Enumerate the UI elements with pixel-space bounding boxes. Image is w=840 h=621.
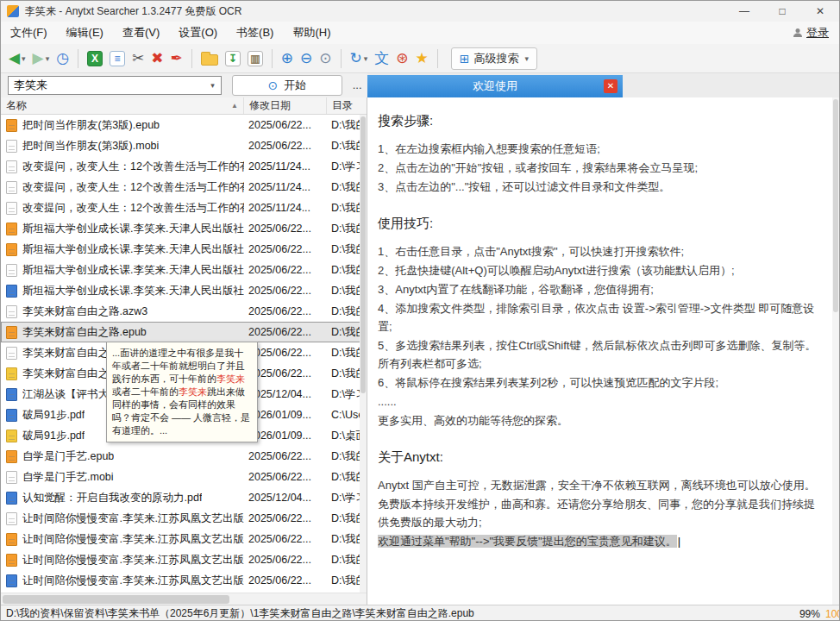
vertical-scrollbar-thumb[interactable]: [360, 116, 366, 393]
copy-file-button[interactable]: ▥: [245, 47, 266, 71]
file-name-cell: 让时间陪你慢慢变富.李笑来.江苏凤凰文艺出版社.2...: [1, 532, 244, 547]
file-type-icon: [6, 264, 17, 277]
file-name: 改变提问，改变人生：12个改善生活与工作的有力...: [22, 160, 244, 174]
line-text: Anytxt 国产自主可控，无数据泄露，安全干净不依赖互联网，离线环境也可以放心…: [378, 479, 816, 492]
search-combobox[interactable]: ▾: [8, 76, 222, 95]
open-folder-button[interactable]: [198, 47, 221, 71]
table-row[interactable]: 斯坦福大学创业成长课.李笑来.天津人民出版社.20...2025/06/22..…: [1, 218, 367, 239]
translate-button[interactable]: 文: [372, 47, 392, 71]
file-name-cell: 自学是门手艺.epub: [1, 449, 244, 464]
line-text: 1、右击任意目录，点击"Anytxt搜索"，可以快速打开搜索软件;: [378, 245, 684, 258]
menu-item[interactable]: 书签(B): [227, 22, 283, 44]
table-row[interactable]: 让时间陪你慢慢变富.李笑来.江苏凤凰文艺出版社.2...2025/06/22..…: [1, 549, 367, 570]
file-type-icon: [6, 160, 17, 173]
dropdown-arrow-icon: ▾: [364, 54, 368, 63]
file-type-icon: [6, 574, 17, 587]
back-button[interactable]: ◀▾: [6, 47, 28, 71]
table-row[interactable]: 让时间陪你慢慢变富.李笑来.江苏凤凰文艺出版社.2...2025/06/22..…: [1, 570, 367, 591]
file-date: 2025/06/22...: [244, 512, 327, 524]
welcome-scrollbar[interactable]: [832, 97, 839, 605]
file-name: 改变提问，改变人生：12个改善生活与工作的有力...: [22, 201, 244, 216]
column-header-date[interactable]: 修改日期: [244, 97, 327, 114]
forward-button[interactable]: ▶▾: [30, 47, 53, 71]
magnifier-icon: ⊙: [319, 50, 331, 67]
table-row[interactable]: 把时间当作朋友(第3版).epub2025/06/22...D:\我的资...: [1, 115, 367, 135]
login-area[interactable]: 登录: [793, 25, 839, 41]
zoom-out-icon: ⊖: [300, 50, 312, 67]
menu-item[interactable]: 帮助(H): [283, 22, 340, 44]
minimize-button[interactable]: —: [725, 1, 763, 22]
vertical-scrollbar[interactable]: [360, 115, 367, 593]
zoom-in-button[interactable]: ⊕: [279, 47, 296, 71]
table-row[interactable]: 改变提问，改变人生：12个改善生活与工作的有力...2025/11/24...D…: [1, 177, 367, 198]
refresh-button[interactable]: ↻▾: [348, 47, 371, 71]
start-search-icon: ⊙: [268, 78, 279, 92]
table-row[interactable]: 让时间陪你慢慢变富.李笑来.江苏凤凰文艺出版社.2...2025/06/22..…: [1, 529, 367, 549]
table-row[interactable]: 让时间陪你慢慢变富.李笑来.江苏凤凰文艺出版社.2...2025/06/22..…: [1, 508, 367, 529]
file-type-icon: [6, 450, 17, 463]
delete-icon: ✖: [151, 50, 163, 67]
start-search-button[interactable]: ⊙ 开始: [232, 75, 343, 96]
advanced-search-button[interactable]: ⊞ 高级搜索 ▾: [451, 47, 537, 70]
table-row[interactable]: 把时间当作朋友(第3版).mobi2025/06/22...D:\我的资...: [1, 135, 367, 156]
menu-item[interactable]: 文件(F): [1, 22, 57, 44]
preview-document-button[interactable]: ≡: [107, 47, 128, 71]
search-input[interactable]: [9, 79, 205, 92]
signature-button[interactable]: ✒: [168, 47, 185, 71]
magnifier-button[interactable]: ⊙: [317, 47, 334, 71]
match-highlight: 李笑来: [216, 373, 245, 384]
horizontal-scrollbar-thumb[interactable]: [3, 595, 229, 604]
line-text: 免费版本持续开发维护，曲高和寡。还请您分享给朋友、同事，您的分享就是我们持续提供…: [378, 498, 815, 529]
cut-button[interactable]: ✂: [129, 47, 147, 71]
line-text: 欢迎通过菜单"帮助"-->"我要反馈"提出您的宝贵意见和建议。: [378, 535, 677, 548]
table-row[interactable]: 认知觉醒：开启自我改变的原动力.pdf2025/12/04...D:\学习\..…: [1, 487, 367, 508]
history-button[interactable]: ◷: [53, 47, 72, 71]
export-file-button[interactable]: ↧: [223, 47, 243, 71]
menu-item[interactable]: 编辑(E): [57, 22, 113, 44]
history-icon: ◷: [56, 50, 69, 67]
table-row[interactable]: 斯坦福大学创业成长课.李笑来.天津人民出版社.20...2025/06/22..…: [1, 280, 367, 301]
toolbar-separator: [191, 49, 192, 68]
menu-item[interactable]: 设置(O): [169, 22, 227, 44]
translate-icon: 文: [374, 50, 389, 67]
line-text: 1、在左边搜索框内输入想要搜索的任意短语;: [378, 142, 600, 155]
favorites-button[interactable]: ★: [413, 47, 431, 71]
export-excel-button[interactable]: X: [85, 47, 105, 71]
login-link[interactable]: 登录: [806, 25, 829, 41]
file-name: 把时间当作朋友(第3版).mobi: [22, 139, 159, 154]
file-date: 2025/11/24...: [244, 181, 327, 193]
table-row[interactable]: 自学是门手艺.mobi2025/06/22...D:\我的资...: [1, 467, 367, 487]
table-row[interactable]: 斯坦福大学创业成长课.李笑来.天津人民出版社.20...2025/06/22..…: [1, 260, 367, 280]
dropdown-arrow-icon: ▾: [46, 54, 50, 63]
file-date: 2025/06/22...: [244, 574, 327, 586]
table-row[interactable]: 改变提问，改变人生：12个改善生活与工作的有力...2025/11/24...D…: [1, 156, 367, 177]
maximize-button[interactable]: □: [763, 1, 801, 22]
table-row[interactable]: 自学是门手艺.epub2025/06/22...D:\我的资...: [1, 446, 367, 467]
forward-icon: ▶: [33, 50, 44, 67]
cut-icon: ✂: [132, 50, 144, 67]
search-controls: ▾ ⊙ 开始 ...: [1, 75, 367, 96]
section-gap: [378, 197, 817, 207]
filter-more-button[interactable]: ...: [347, 75, 367, 96]
tab-welcome[interactable]: 欢迎使用 ✕: [367, 75, 623, 97]
toolbar-separator: [341, 49, 342, 68]
column-header-name[interactable]: 名称 ▲: [1, 97, 244, 114]
table-row[interactable]: 李笑来财富自由之路.epub2025/06/22...D:\我的资...: [1, 322, 367, 342]
zoom-out-button[interactable]: ⊖: [298, 47, 315, 71]
welcome-scrollbar-thumb[interactable]: [833, 99, 838, 312]
close-button[interactable]: ✕: [801, 1, 839, 22]
table-row[interactable]: 改变提问，改变人生：12个改善生活与工作的有力...2025/11/24...D…: [1, 198, 367, 218]
delete-button[interactable]: ✖: [148, 47, 166, 71]
table-row[interactable]: 斯坦福大学创业成长课.李笑来.天津人民出版社.20...2025/06/22..…: [1, 239, 367, 260]
file-type-icon: [6, 367, 17, 380]
tab-close-icon[interactable]: ✕: [604, 79, 617, 93]
line-text: 3、Anytxt内置了在线翻译功能，谷歌翻译，您值得拥有;: [378, 283, 654, 296]
section-line: 1、在左边搜索框内输入想要搜索的任意短语;: [378, 140, 817, 158]
combobox-dropdown-icon[interactable]: ▾: [205, 81, 221, 90]
section-title: 搜索步骤:: [378, 113, 817, 129]
horizontal-scrollbar[interactable]: [1, 593, 367, 605]
table-row[interactable]: 李笑来财富自由之路.azw32025/06/22...D:\我的资...: [1, 301, 367, 322]
menu-item[interactable]: 查看(V): [113, 22, 169, 44]
column-header-dir[interactable]: 目录: [327, 97, 367, 114]
index-search-button[interactable]: ⊛: [393, 47, 411, 71]
